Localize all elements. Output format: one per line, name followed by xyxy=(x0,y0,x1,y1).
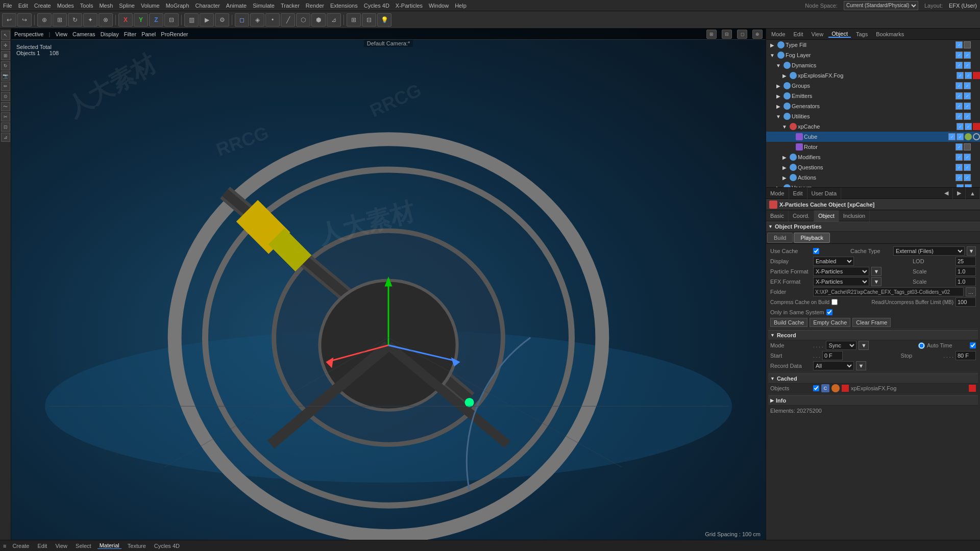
tab-userdata[interactable]: User Data xyxy=(807,188,842,199)
hier-vis-act[interactable]: ✓ xyxy=(964,174,971,181)
hier-check-1[interactable]: ✓ xyxy=(955,41,963,48)
rotate-ltool[interactable]: ↻ xyxy=(1,61,10,70)
hier-tab-view[interactable]: View xyxy=(808,31,827,37)
hier-tab-bookmarks[interactable]: Bookmarks xyxy=(873,31,907,37)
hier-item-groups[interactable]: ▶ Groups ✓ ✓ xyxy=(766,81,980,91)
hier-check-xpfog[interactable]: ✓ xyxy=(957,72,964,79)
hier-check-gen[interactable]: ✓ xyxy=(955,103,963,110)
hier-check-rot[interactable]: ✓ xyxy=(955,143,963,151)
texture-mode[interactable]: ◈ xyxy=(250,13,264,27)
select-tool[interactable]: ↖ xyxy=(1,31,10,40)
menu-file[interactable]: File xyxy=(3,3,12,9)
hier-item-typefill[interactable]: ▶ Type Fill ✓ xyxy=(766,40,980,50)
vp-icon-1[interactable]: ⊞ xyxy=(706,30,717,39)
model-mode[interactable]: ◻ xyxy=(235,13,249,27)
paint-ltool[interactable]: ✏ xyxy=(1,82,10,91)
viewport-filter[interactable]: Filter xyxy=(124,31,136,37)
light-tool[interactable]: 💡 xyxy=(377,13,391,27)
hier-item-rotor[interactable]: Rotor ✓ xyxy=(766,142,980,152)
move-ltool[interactable]: ✛ xyxy=(1,41,10,50)
hier-check-emit[interactable]: ✓ xyxy=(955,92,963,99)
bp-playback[interactable]: Playback xyxy=(794,233,830,243)
hier-item-cube[interactable]: Cube ✓ ✓ xyxy=(766,132,980,142)
hier-vis-dyn[interactable]: ✓ xyxy=(964,62,971,69)
auto-time-radio[interactable] xyxy=(918,342,925,349)
node-space-select[interactable]: Current (Standard/Physical) xyxy=(844,1,918,10)
edge-mode[interactable]: ╱ xyxy=(281,13,295,27)
menu-window[interactable]: Window xyxy=(429,3,449,9)
hier-check-act[interactable]: ✓ xyxy=(955,174,963,181)
hier-check-fl[interactable]: ✓ xyxy=(955,52,963,59)
buffer-input[interactable] xyxy=(955,297,976,307)
hier-tab-edit[interactable]: Edit xyxy=(791,31,806,37)
viewport-prorender[interactable]: ProRender xyxy=(161,31,188,37)
menu-mesh[interactable]: Mesh xyxy=(99,3,113,9)
ms-create[interactable]: Create xyxy=(10,543,31,549)
clear-frame-btn[interactable]: Clear Frame xyxy=(852,318,891,327)
hier-vis-xpc[interactable]: ✓ xyxy=(965,123,972,130)
point-mode[interactable]: • xyxy=(265,13,280,27)
viewport-display[interactable]: Display xyxy=(101,31,119,37)
efx-arrow[interactable]: ▼ xyxy=(871,277,881,286)
obj-tab-object[interactable]: Object xyxy=(814,210,839,221)
hier-item-xpfog[interactable]: ▶ xpExplosiaFX.Fog ✓ ✓ xyxy=(766,70,980,81)
sculpt-mode[interactable]: ⬢ xyxy=(311,13,326,27)
menu-spline[interactable]: Spline xyxy=(119,3,135,9)
hier-item-dynamics[interactable]: ▼ Dynamics ✓ ✓ xyxy=(766,60,980,70)
record-mode-select[interactable]: Sync xyxy=(826,341,856,350)
particle-format-select[interactable]: X-Particles xyxy=(813,267,869,276)
menu-render[interactable]: Render xyxy=(306,3,324,9)
viewport[interactable]: Perspective | View Cameras Display Filte… xyxy=(11,29,766,540)
obj-tab-coord[interactable]: Coord. xyxy=(789,210,814,221)
menu-modes[interactable]: Modes xyxy=(57,3,74,9)
hier-item-modifiers[interactable]: ▶ Modifiers ✓ ✓ xyxy=(766,152,980,162)
menu-mograph[interactable]: MoGraph xyxy=(166,3,189,9)
grid-tool[interactable]: ⊟ xyxy=(362,13,376,27)
ms-texture[interactable]: Texture xyxy=(126,543,148,549)
measure-ltool[interactable]: ⊿ xyxy=(1,133,10,142)
hier-vis-util[interactable]: ✓ xyxy=(964,113,971,120)
move-tool[interactable]: ⊕ xyxy=(37,13,52,27)
viewport-panel[interactable]: Panel xyxy=(141,31,156,37)
viewport-cameras[interactable]: Cameras xyxy=(72,31,95,37)
hier-vis-cube[interactable]: ✓ xyxy=(957,133,964,140)
hier-vis-fl[interactable]: ✓ xyxy=(964,52,971,59)
particle-scale-input[interactable] xyxy=(955,267,976,276)
efx-format-select[interactable]: X-Particles xyxy=(813,277,869,286)
knife-ltool[interactable]: ✂ xyxy=(1,112,10,121)
menu-edit[interactable]: Edit xyxy=(18,3,28,9)
cached-obj-check1[interactable] xyxy=(813,385,819,391)
hier-item-xpcache[interactable]: ▼ xpCache ✓ ✓ xyxy=(766,121,980,132)
viewport-view[interactable]: View xyxy=(55,31,67,37)
snap-tool[interactable]: ⊞ xyxy=(347,13,361,27)
menu-simulate[interactable]: Simulate xyxy=(253,3,275,9)
hier-vis-rot[interactable] xyxy=(964,143,971,151)
transform-tool[interactable]: ✦ xyxy=(83,13,97,27)
hier-vis-mod[interactable]: ✓ xyxy=(964,154,971,161)
undo-btn[interactable]: ↩ xyxy=(2,13,16,27)
render-active[interactable]: ▶ xyxy=(200,13,214,27)
menu-create[interactable]: Create xyxy=(34,3,51,9)
obj-tab-inclusion[interactable]: Inclusion xyxy=(839,210,870,221)
axis-lock[interactable]: ⊟ xyxy=(164,13,179,27)
hier-check-xpc[interactable]: ✓ xyxy=(957,123,964,130)
hier-item-vacuum[interactable]: ▶ Vacuum ✓ ✓ xyxy=(766,183,980,188)
rotate-tool[interactable]: ↻ xyxy=(68,13,82,27)
auto-time-checkbox[interactable] xyxy=(970,342,976,348)
hier-vis-gen[interactable]: ✓ xyxy=(964,103,971,110)
menu-xparticles[interactable]: X-Particles xyxy=(396,3,423,9)
hier-check-util[interactable]: ✓ xyxy=(955,113,963,120)
rigging-mode[interactable]: ⊿ xyxy=(327,13,341,27)
render-settings[interactable]: ⚙ xyxy=(215,13,229,27)
hier-vis-emit[interactable]: ✓ xyxy=(964,92,971,99)
hier-item-utilities[interactable]: ▼ Utilities ✓ ✓ xyxy=(766,111,980,121)
start-input[interactable] xyxy=(822,351,843,360)
record-mode-arrow[interactable]: ▼ xyxy=(859,341,869,350)
record-data-arrow[interactable]: ▼ xyxy=(856,361,866,370)
poly-mode[interactable]: ⬡ xyxy=(296,13,310,27)
folder-input[interactable] xyxy=(813,287,964,296)
ms-select[interactable]: Select xyxy=(74,543,93,549)
hier-item-generators[interactable]: ▶ Generators ✓ ✓ xyxy=(766,101,980,111)
scale-tool[interactable]: ⊞ xyxy=(53,13,67,27)
hier-vis-1[interactable] xyxy=(964,41,971,48)
